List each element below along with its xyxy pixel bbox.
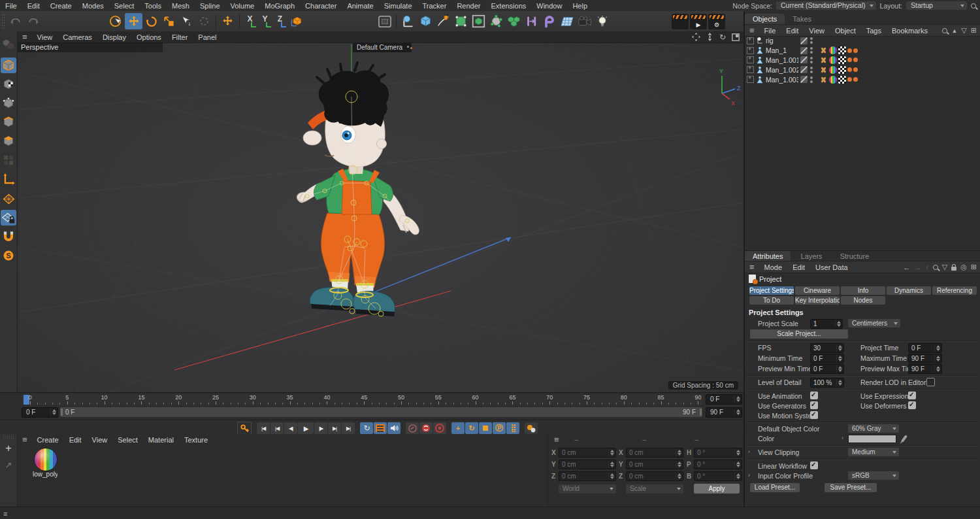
maximum-time-input[interactable]: 90 F [908, 354, 942, 363]
menubar-item[interactable]: Window [531, 2, 567, 10]
position-z-input[interactable]: 0 cm [559, 471, 616, 481]
menubar-item[interactable]: Tools [139, 2, 167, 10]
menubar-item[interactable]: Select [109, 2, 140, 10]
edit-toggle-icon[interactable] [800, 66, 808, 73]
camera-button[interactable] [576, 13, 593, 29]
rotation-p-input[interactable]: 0 ° [694, 460, 742, 469]
position-x-input[interactable]: 0 cm [559, 448, 616, 458]
default-object-color-select[interactable]: 60% Gray [848, 424, 899, 433]
expander-icon[interactable]: › [748, 448, 750, 455]
key-parameter-button[interactable]: Ⓟ [493, 422, 506, 434]
viewport-canvas[interactable]: Y Z X [18, 42, 743, 392]
spinner-icon[interactable] [934, 355, 941, 362]
project-scale-unit-select[interactable]: Centimeters [848, 319, 900, 327]
key-rotation-button[interactable]: ↻ [465, 422, 478, 434]
record-key-button[interactable] [406, 422, 419, 434]
attr-tab-button[interactable]: Dynamics [887, 286, 931, 295]
objects-menu-item[interactable]: View [804, 27, 830, 35]
attributes-menu-item[interactable]: User Data [810, 263, 853, 271]
spinner-icon[interactable] [836, 365, 843, 373]
play-button[interactable]: ▶ [298, 422, 314, 434]
material-menu-item[interactable]: Create [32, 436, 64, 444]
jump-icon[interactable]: ▲ [951, 27, 957, 34]
expand-icon[interactable] [747, 66, 754, 73]
filter-icon[interactable]: ▽ [942, 263, 947, 271]
use-motion-system-checkbox[interactable] [810, 411, 818, 419]
use-deformers-checkbox[interactable] [908, 401, 916, 409]
filter-icon[interactable]: ▽ [961, 26, 966, 35]
orange-dot-tag-icon[interactable] [847, 58, 852, 62]
back-icon[interactable]: ← [903, 263, 910, 271]
uvw-tag-icon[interactable] [838, 56, 846, 64]
object-row[interactable]: Man_1 [745, 46, 980, 56]
viewport-menu-item[interactable]: Options [131, 33, 167, 41]
frame-field[interactable]: 0 F [22, 407, 58, 418]
node-space-select[interactable]: Current (Standard/Physical) [776, 1, 876, 10]
spinner-icon[interactable] [676, 473, 682, 480]
add-material-button[interactable]: + [2, 442, 15, 455]
menubar-item[interactable]: Extensions [485, 2, 531, 10]
visibility-dots[interactable] [810, 47, 813, 54]
uvw-tag-icon[interactable] [838, 66, 846, 74]
position-y-input[interactable]: 0 cm [559, 460, 616, 469]
menubar-item[interactable]: Mesh [167, 2, 195, 10]
hamburger-icon[interactable]: ≡ [745, 262, 759, 272]
x-lock-button[interactable]: X [242, 14, 257, 29]
current-frame-input[interactable]: 0 F [706, 394, 742, 405]
lock-icon[interactable] [951, 267, 956, 271]
toolbar-grip[interactable] [1, 14, 5, 29]
use-expression-checkbox[interactable] [908, 392, 916, 399]
menubar-item[interactable]: MoGraph [259, 2, 300, 10]
orange-dot-tag-icon[interactable] [847, 67, 852, 72]
scale-z-input[interactable]: 0 cm [626, 471, 683, 481]
spinner-icon[interactable] [608, 461, 615, 468]
weight-tag-icon[interactable] [819, 76, 828, 84]
modeling-axis-button[interactable] [219, 13, 237, 29]
use-animation-checkbox[interactable] [810, 392, 818, 399]
scale-tool-button[interactable] [160, 13, 178, 29]
viewport-menu-item[interactable]: Panel [193, 33, 221, 41]
goto-end-button[interactable]: ▶| [342, 422, 355, 434]
visibility-dots[interactable] [810, 67, 813, 73]
object-name[interactable]: Man_1.002 [766, 66, 798, 74]
hamburger-icon[interactable]: ≡ [18, 32, 32, 42]
edit-toggle-icon[interactable] [800, 37, 808, 44]
y-lock-button[interactable]: Y [257, 14, 272, 29]
scale-x-input[interactable]: 0 cm [626, 448, 683, 458]
object-row[interactable]: Man_1.002 [745, 65, 980, 75]
maximize-view-icon[interactable] [732, 33, 740, 41]
spinner-icon[interactable] [934, 344, 941, 352]
zoom-view-icon[interactable] [706, 33, 713, 41]
rotate-view-icon[interactable]: ↻ [719, 33, 726, 42]
render-lod-checkbox[interactable] [926, 378, 935, 386]
weight-tag-icon[interactable] [819, 66, 828, 74]
enable-axis-button[interactable] [1, 171, 16, 187]
menubar-item[interactable]: Tracker [417, 2, 452, 10]
lock-workplane-button[interactable] [1, 210, 16, 226]
tab-structure[interactable]: Structure [832, 251, 877, 261]
object-name[interactable]: rig [766, 37, 798, 44]
edge-mode-button[interactable] [1, 114, 16, 130]
menubar-item[interactable]: Edit [22, 2, 45, 10]
project-scale-input[interactable]: 1 [810, 319, 843, 329]
search-icon[interactable] [933, 265, 938, 270]
eyedropper-icon[interactable] [901, 435, 908, 443]
material-tag-icon[interactable] [829, 66, 837, 74]
timeline-ruler[interactable]: 051015202530354045505560657075808590 [22, 394, 702, 405]
edit-toggle-icon[interactable] [800, 76, 808, 83]
orange-dot-tag-icon[interactable] [847, 77, 852, 82]
forward-icon[interactable]: → [914, 263, 921, 271]
attr-tab-button[interactable]: Nodes [841, 296, 885, 305]
rotation-b-input[interactable]: 0 ° [694, 471, 742, 481]
menubar-item[interactable]: Render [451, 2, 485, 10]
quantize-rotate-button[interactable] [195, 13, 213, 29]
snap-settings-button[interactable]: S [1, 248, 16, 263]
orange-dot-tag-icon[interactable] [853, 77, 858, 82]
spinner-icon[interactable] [50, 409, 57, 416]
spinner-icon[interactable] [734, 449, 741, 456]
spinner-icon[interactable] [734, 461, 741, 468]
rotate-tool-button[interactable] [142, 13, 160, 29]
tweak-mode-button[interactable] [1, 152, 16, 168]
objects-menu-item[interactable]: Edit [781, 27, 804, 35]
material-menu-item[interactable]: View [87, 436, 113, 444]
